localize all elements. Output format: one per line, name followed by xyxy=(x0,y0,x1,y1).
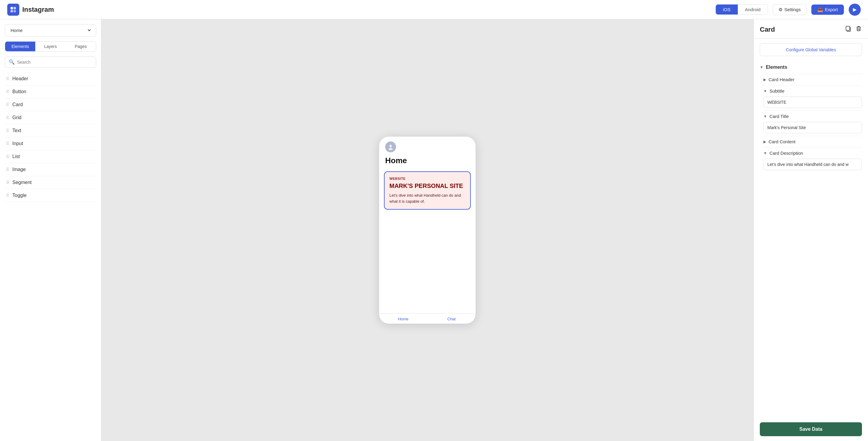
subtitle-section: ▼ Subtitle xyxy=(760,85,862,110)
card-description-toggle[interactable]: ▼ Card Description xyxy=(764,147,862,159)
page-dropdown[interactable]: Home xyxy=(9,27,92,33)
phone-header xyxy=(379,137,475,155)
svg-rect-0 xyxy=(10,7,13,9)
delete-button[interactable] xyxy=(855,25,862,33)
element-list-label: List xyxy=(12,154,20,159)
drag-dots-icon: ⠿ xyxy=(6,76,9,81)
drag-dots-icon: ⠿ xyxy=(6,115,9,120)
app-name: Instagram xyxy=(22,6,54,13)
elements-section: ▼ Elements ▶ Card Header ▼ Subtitle ▼ xyxy=(754,61,868,173)
app-logo-icon xyxy=(7,4,19,16)
phone-frame: Home WEBSITE MARK'S PERSONAL SITE Let's … xyxy=(379,137,475,324)
card-main-title: MARK'S PERSONAL SITE xyxy=(390,182,465,189)
page-selector[interactable]: Home xyxy=(5,24,96,36)
copy-button[interactable] xyxy=(845,25,852,33)
svg-point-5 xyxy=(389,148,393,150)
settings-button[interactable]: ⚙ Settings xyxy=(773,4,806,15)
subtitle-toggle[interactable]: ▼ Subtitle xyxy=(764,85,862,96)
ios-button[interactable]: iOS xyxy=(716,4,738,14)
element-list[interactable]: ⠿ List xyxy=(5,150,96,163)
element-segment-label: Segment xyxy=(12,180,32,185)
sidebar: Home Elements Layers Pages 🔍 ⠿ Header ⠿ … xyxy=(0,19,101,441)
panel-title: Card xyxy=(760,26,775,33)
drag-dots-icon: ⠿ xyxy=(6,102,9,107)
chevron-right-icon: ▶ xyxy=(764,78,766,82)
element-text-label: Text xyxy=(12,128,21,133)
element-image[interactable]: ⠿ Image xyxy=(5,163,96,176)
save-data-button[interactable]: Save Data xyxy=(760,422,862,436)
phone-nav: Home Chat xyxy=(379,314,475,324)
panel-icons xyxy=(845,25,862,33)
chevron-down-icon: ▼ xyxy=(764,151,767,155)
element-button-label: Button xyxy=(12,89,26,94)
elements-section-header[interactable]: ▼ Elements xyxy=(760,61,862,74)
card-component[interactable]: WEBSITE MARK'S PERSONAL SITE Let's dive … xyxy=(384,171,471,210)
search-icon: 🔍 xyxy=(9,59,15,65)
svg-point-4 xyxy=(390,145,392,147)
elements-list: ⠿ Header ⠿ Button ⠿ Card ⠿ Grid ⠿ Text ⠿… xyxy=(0,72,101,202)
configure-global-variables-button[interactable]: Configure Global Variables xyxy=(760,43,862,56)
element-input[interactable]: ⠿ Input xyxy=(5,137,96,150)
settings-gear-icon: ⚙ xyxy=(778,7,782,12)
drag-dots-icon: ⠿ xyxy=(6,154,9,159)
svg-rect-3 xyxy=(13,10,16,12)
element-segment[interactable]: ⠿ Segment xyxy=(5,176,96,189)
element-text[interactable]: ⠿ Text xyxy=(5,124,96,137)
tab-layers[interactable]: Layers xyxy=(35,41,65,51)
svg-rect-7 xyxy=(846,26,849,30)
drag-dots-icon: ⠿ xyxy=(6,180,9,185)
avatar xyxy=(385,142,396,152)
play-button[interactable]: ▶ xyxy=(849,4,861,16)
svg-rect-1 xyxy=(13,7,16,9)
drag-dots-icon: ⠿ xyxy=(6,167,9,172)
platform-group: iOS Android xyxy=(715,4,768,15)
element-card[interactable]: ⠿ Card xyxy=(5,98,96,111)
card-content-toggle[interactable]: ▶ Card Content xyxy=(764,136,862,147)
element-toggle[interactable]: ⠿ Toggle xyxy=(5,189,96,202)
tab-pages[interactable]: Pages xyxy=(66,41,96,51)
subtitle-label: Subtitle xyxy=(770,88,784,93)
nav-chat[interactable]: Chat xyxy=(427,317,475,321)
export-icon: 📤 xyxy=(817,7,823,12)
svg-rect-2 xyxy=(10,10,13,12)
element-header-label: Header xyxy=(12,76,28,82)
drag-dots-icon: ⠿ xyxy=(6,193,9,198)
elements-section-label: Elements xyxy=(766,64,787,70)
nav-home[interactable]: Home xyxy=(379,317,427,321)
android-button[interactable]: Android xyxy=(738,4,768,14)
element-image-label: Image xyxy=(12,167,26,172)
card-header-section: ▶ Card Header xyxy=(760,74,862,85)
card-content-section: ▶ Card Content xyxy=(760,136,862,147)
card-description-input[interactable] xyxy=(764,159,862,170)
element-grid[interactable]: ⠿ Grid xyxy=(5,111,96,124)
export-button[interactable]: 📤 Export xyxy=(811,4,844,15)
play-icon: ▶ xyxy=(853,7,857,12)
chevron-down-icon: ▼ xyxy=(764,114,767,119)
chevron-right-icon: ▶ xyxy=(764,140,766,144)
card-subtitle: WEBSITE xyxy=(390,177,465,180)
subtitle-input[interactable] xyxy=(764,96,862,108)
search-input[interactable] xyxy=(17,60,92,64)
drag-dots-icon: ⠿ xyxy=(6,128,9,133)
topbar: Instagram iOS Android ⚙ Settings 📤 Expor… xyxy=(0,0,868,19)
panel-header: Card xyxy=(754,19,868,39)
card-content-label: Card Content xyxy=(769,139,795,144)
element-card-label: Card xyxy=(12,102,23,108)
right-panel: Card xyxy=(753,19,868,441)
card-title-input[interactable] xyxy=(764,122,862,133)
phone-content: WEBSITE MARK'S PERSONAL SITE Let's dive … xyxy=(379,169,475,314)
element-header[interactable]: ⠿ Header xyxy=(5,72,96,85)
chevron-down-icon: ▼ xyxy=(760,65,764,69)
card-title-toggle[interactable]: ▼ Card Title xyxy=(764,110,862,122)
phone-screen-title: Home xyxy=(379,155,475,169)
card-header-toggle[interactable]: ▶ Card Header xyxy=(764,74,862,85)
logo-group: Instagram xyxy=(7,4,54,16)
tab-elements[interactable]: Elements xyxy=(5,41,35,51)
card-description: Let's dive into what Handheld can do and… xyxy=(390,193,465,204)
canvas: Home WEBSITE MARK'S PERSONAL SITE Let's … xyxy=(101,19,753,441)
sidebar-tab-group: Elements Layers Pages xyxy=(5,41,96,52)
element-input-label: Input xyxy=(12,141,23,146)
element-button[interactable]: ⠿ Button xyxy=(5,85,96,98)
search-box: 🔍 xyxy=(5,56,96,67)
chevron-down-icon: ▼ xyxy=(764,89,767,93)
